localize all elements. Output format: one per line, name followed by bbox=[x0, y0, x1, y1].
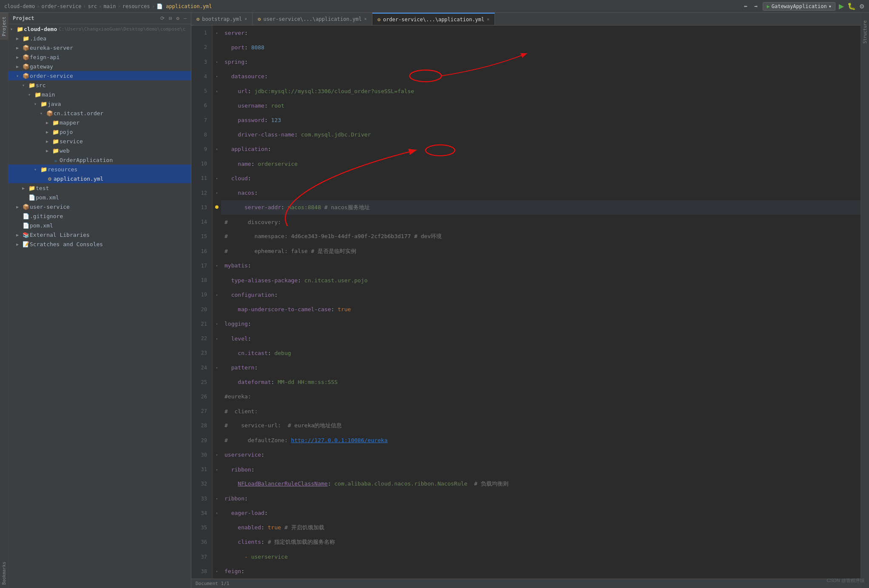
pom-root-icon: 📄 bbox=[22, 222, 30, 229]
run-button[interactable]: ▶ bbox=[839, 2, 844, 10]
gateway-label: gateway bbox=[30, 63, 53, 70]
root-label: cloud-demo bbox=[24, 26, 57, 32]
root-icon: 📁 bbox=[16, 26, 24, 32]
code-line-14: 14 # discovery: bbox=[191, 215, 860, 229]
sidebar-item-mapper[interactable]: ▶ 📁 mapper bbox=[9, 118, 191, 127]
breadcrumb-item-order-service[interactable]: order-service bbox=[41, 3, 81, 9]
sidebar-item-idea[interactable]: ▶ 📁 .idea bbox=[9, 34, 191, 43]
sidebar-item-gitignore[interactable]: ▶ 📄 .gitignore bbox=[9, 211, 191, 221]
java-label: java bbox=[48, 101, 61, 107]
bootstrap-tab-close[interactable]: × bbox=[244, 17, 247, 21]
bootstrap-tab-icon: ⚙ bbox=[196, 16, 199, 22]
sidebar-item-resources[interactable]: ▾ 📁 resources bbox=[9, 165, 191, 174]
right-panel: Structure bbox=[860, 13, 869, 588]
breadcrumb-item-yaml[interactable]: 📄 application.yml bbox=[156, 3, 212, 9]
code-line-19: 19 ▾ configuration: bbox=[191, 287, 860, 302]
code-line-7: 7 password: 123 bbox=[191, 113, 860, 127]
structure-tab[interactable]: Structure bbox=[861, 17, 869, 47]
order-icon: 📦 bbox=[22, 73, 30, 79]
sidebar-item-pom-root[interactable]: ▶ 📄 pom.xml bbox=[9, 221, 191, 230]
bookmarks-tab[interactable]: Bookmarks bbox=[0, 558, 8, 588]
tab-bootstrap[interactable]: ⚙ bootstrap.yml × bbox=[191, 13, 253, 26]
breadcrumb-item-cloud-demo[interactable]: cloud-demo bbox=[4, 3, 35, 9]
project-tab[interactable]: Project bbox=[0, 13, 8, 40]
fold-icon-9: ▾ bbox=[216, 147, 218, 151]
idea-folder-icon: 📁 bbox=[22, 35, 30, 42]
code-editor[interactable]: 1 ▾ server: 2 port: 8088 3 ▾ spring: bbox=[191, 26, 860, 579]
main-label: main bbox=[42, 91, 55, 98]
sidebar-item-java[interactable]: ▾ 📁 java bbox=[9, 99, 191, 108]
pom-root-label: pom.xml bbox=[30, 222, 53, 229]
mapper-label: mapper bbox=[60, 119, 80, 126]
code-lines: 1 ▾ server: 2 port: 8088 3 ▾ spring: bbox=[191, 26, 860, 579]
user-service-label: user-service bbox=[30, 204, 70, 210]
code-line-18: 18 type-aliases-package: cn.itcast.user.… bbox=[191, 273, 860, 287]
resources-label: resources bbox=[48, 166, 77, 173]
run-config-label: GatewayApplication bbox=[772, 3, 827, 9]
sidebar-item-src[interactable]: ▾ 📁 src bbox=[9, 80, 191, 90]
code-line-24: 24 ▾ pattern: bbox=[191, 360, 860, 375]
mapper-icon: 📁 bbox=[52, 119, 60, 126]
sidebar-item-gateway[interactable]: ▶ 📦 gateway bbox=[9, 62, 191, 71]
java-folder-icon: 📁 bbox=[40, 101, 48, 107]
sidebar-item-main[interactable]: ▾ 📁 main bbox=[9, 90, 191, 99]
sidebar-item-cn-itcast[interactable]: ▾ 📦 cn.itcast.order bbox=[9, 108, 191, 118]
sidebar-item-pom-order[interactable]: ▶ 📄 pom.xml bbox=[9, 193, 191, 202]
code-line-29: 29 # defaultZone: http://127.0.0.1:10086… bbox=[191, 433, 860, 448]
user-yml-close[interactable]: × bbox=[364, 17, 367, 21]
package-label: cn.itcast.order bbox=[54, 110, 103, 116]
pom-order-icon: 📄 bbox=[28, 194, 36, 201]
sidebar-item-web[interactable]: ▶ 📁 web bbox=[9, 146, 191, 155]
sidebar-item-service[interactable]: ▶ 📁 service bbox=[9, 136, 191, 146]
tree-root[interactable]: ▾ 📁 cloud-demo C:\Users\ChangxiaoGuan\De… bbox=[9, 24, 191, 34]
code-line-28: 28 # service-url: # eureka的地址信息 bbox=[191, 418, 860, 433]
fold-icon-22: ▾ bbox=[216, 337, 218, 341]
watermark: CSDN @管程序猿 bbox=[827, 577, 865, 584]
breadcrumb-item-src[interactable]: src bbox=[88, 3, 97, 9]
sidebar-close-icon[interactable]: — bbox=[184, 15, 187, 21]
code-line-23: 23 cn.itcast: debug bbox=[191, 346, 860, 360]
java-file-icon: ☕ bbox=[52, 157, 60, 163]
code-line-17: 17 ▾ mybatis: bbox=[191, 258, 860, 273]
sidebar-settings-icon[interactable]: ⚙ bbox=[176, 15, 179, 21]
tab-order-service-yml[interactable]: ⚙ order-service\...\application.yml × bbox=[372, 13, 495, 26]
run-config-dropdown[interactable]: ▶ GatewayApplication ▾ bbox=[763, 2, 835, 11]
code-line-4: 4 ▾ datasource: bbox=[191, 69, 860, 84]
sidebar-item-pojo[interactable]: ▶ 📁 pojo bbox=[9, 127, 191, 136]
src-icon: 📁 bbox=[28, 82, 36, 88]
fold-icon-1: ▾ bbox=[216, 31, 218, 35]
sidebar-item-scratches[interactable]: ▶ 📝 Scratches and Consoles bbox=[9, 239, 191, 249]
code-line-6: 6 username: root bbox=[191, 98, 860, 113]
fold-icon-21: ▾ bbox=[216, 322, 218, 326]
sidebar-item-user-service[interactable]: ▶ 📦 user-service bbox=[9, 202, 191, 211]
settings-button[interactable]: ⚙ bbox=[859, 3, 865, 10]
code-line-34: 34 ▾ eager-load: bbox=[191, 506, 860, 520]
code-line-30: 30 ▾ userservice: bbox=[191, 448, 860, 462]
nav-back-icon[interactable]: ⬅ bbox=[744, 3, 747, 10]
sidebar-item-order[interactable]: ▾ 📦 order-service bbox=[9, 71, 191, 80]
fold-icon-19: ▾ bbox=[216, 293, 218, 297]
code-line-3: 3 ▾ spring: bbox=[191, 54, 860, 69]
code-line-25: 25 dateformat: MM-dd HH:mm:ss:SSS bbox=[191, 375, 860, 389]
order-yml-close[interactable]: × bbox=[487, 17, 489, 22]
code-line-16: 16 # ephemeral: false # 是否是临时实例 bbox=[191, 244, 860, 258]
sidebar-item-eureka[interactable]: ▶ 📦 eureka-server bbox=[9, 43, 191, 52]
package-icon: 📦 bbox=[46, 110, 54, 116]
project-sidebar: Project ⟳ ⊟ ⚙ — ▾ 📁 cloud-demo C:\Users\… bbox=[9, 13, 191, 588]
sidebar-item-ext-libs[interactable]: ▶ 📚 External Libraries bbox=[9, 230, 191, 239]
sidebar-item-test[interactable]: ▶ 📁 test bbox=[9, 183, 191, 193]
breadcrumb-item-main[interactable]: main bbox=[104, 3, 116, 9]
top-bar-actions: ⬅ ➡ ▶ GatewayApplication ▾ ▶ 🐛 ⚙ bbox=[742, 2, 865, 11]
doc-info: Document 1/1 bbox=[196, 581, 229, 586]
sidebar-collapse-icon[interactable]: ⊟ bbox=[169, 15, 172, 21]
sidebar-item-app-yml[interactable]: ▶ ⚙ application.yml bbox=[9, 174, 191, 183]
fold-icon-33: ▾ bbox=[216, 497, 218, 501]
nav-forward-icon[interactable]: ➡ bbox=[754, 3, 758, 10]
tab-user-service-yml[interactable]: ⚙ user-service\...\application.yml × bbox=[253, 13, 372, 26]
sidebar-item-feign[interactable]: ▶ 📦 feign-api bbox=[9, 52, 191, 62]
sidebar-item-order-app[interactable]: ▶ ☕ OrderApplication bbox=[9, 155, 191, 165]
sidebar-sync-icon[interactable]: ⟳ bbox=[160, 15, 165, 21]
debug-button[interactable]: 🐛 bbox=[847, 2, 856, 10]
breadcrumb-item-resources[interactable]: resources bbox=[122, 3, 150, 9]
fold-icon-34: ▾ bbox=[216, 511, 218, 515]
